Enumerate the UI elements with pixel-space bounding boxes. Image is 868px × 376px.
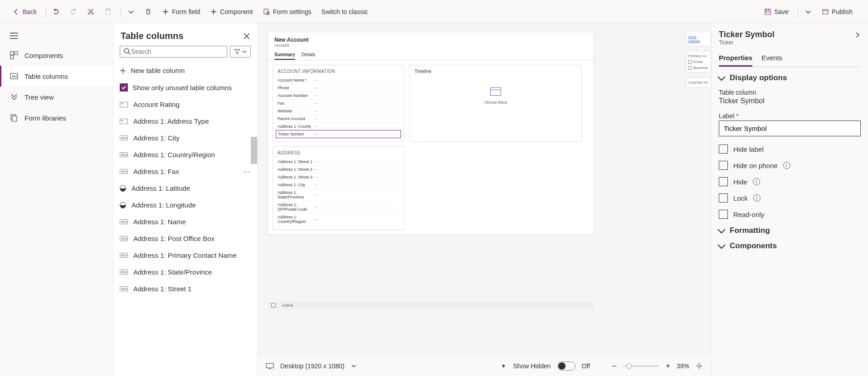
- hamburger-button[interactable]: [0, 28, 113, 45]
- publish-button[interactable]: Publish: [818, 5, 856, 18]
- nav-tree-view[interactable]: Tree view: [0, 87, 113, 107]
- delete-button[interactable]: [141, 5, 156, 18]
- show-unused-checkbox[interactable]: [120, 83, 128, 92]
- thumbnail-card[interactable]: Primary Co Email Business: [686, 51, 711, 73]
- form-field-row[interactable]: Address 1: County---: [278, 123, 399, 130]
- plus-icon: [120, 67, 126, 74]
- save-button[interactable]: Save: [761, 5, 792, 18]
- form-field-row[interactable]: Account Name*---: [278, 77, 399, 84]
- redo-button[interactable]: [66, 5, 81, 18]
- switch-classic-button[interactable]: Switch to classic: [318, 5, 372, 18]
- search-input-wrapper[interactable]: [120, 46, 227, 58]
- paste-dropdown[interactable]: [124, 5, 138, 18]
- thumbnail-card[interactable]: CONTACTS: [686, 77, 711, 88]
- chevron-down-icon: [242, 49, 247, 54]
- save-icon: [764, 8, 771, 15]
- tab-details[interactable]: Details: [302, 52, 316, 60]
- form-field-row[interactable]: Phone---: [278, 84, 399, 92]
- search-input[interactable]: [131, 48, 223, 55]
- tab-events[interactable]: Events: [761, 50, 782, 67]
- hide-label-checkbox[interactable]: [719, 145, 728, 154]
- section-display-options[interactable]: Display options: [719, 73, 861, 82]
- section-components[interactable]: Components: [719, 241, 861, 251]
- nav-form-libraries[interactable]: Form libraries: [0, 107, 113, 128]
- form-field-row[interactable]: Address 1: State/Province---: [278, 189, 399, 201]
- form-preview[interactable]: New Account Account Summary Details ACCO…: [268, 32, 594, 235]
- readonly-checkbox[interactable]: [719, 210, 728, 219]
- chevron-right-icon[interactable]: [854, 32, 861, 38]
- add-form-field-button[interactable]: Form field: [158, 5, 204, 18]
- section-account-info[interactable]: ACCOUNT INFORMATION Account Name*---Phon…: [273, 65, 404, 142]
- add-component-button[interactable]: Component: [206, 5, 256, 18]
- form-field-row[interactable]: Fax---: [278, 100, 399, 107]
- form-settings-button[interactable]: Form settings: [259, 5, 315, 18]
- column-item[interactable]: AbcAddress 1: State/Province: [113, 264, 257, 280]
- hide-row[interactable]: Hide i: [719, 177, 861, 186]
- thumbnail-card[interactable]: Error loading: [686, 32, 711, 46]
- new-table-column-button[interactable]: New table column: [113, 62, 257, 79]
- hide-on-phone-row[interactable]: Hide on phone i: [719, 161, 861, 170]
- form-field-row[interactable]: Parent Account---: [278, 115, 399, 123]
- form-field-row[interactable]: Address 1: Country/Region---: [278, 213, 399, 226]
- zoom-in-button[interactable]: +: [665, 362, 670, 371]
- zoom-out-button[interactable]: −: [612, 362, 617, 371]
- info-icon[interactable]: i: [753, 194, 761, 202]
- form-field-row[interactable]: Address 1: Street 1---: [278, 158, 399, 166]
- form-field-row[interactable]: Account Number---: [278, 92, 399, 100]
- section-formatting[interactable]: Formatting: [719, 226, 861, 235]
- error-loading-link[interactable]: Error loading: [688, 35, 700, 43]
- column-item[interactable]: AbcAddress 1: Country/Region: [113, 146, 257, 163]
- column-item[interactable]: AbcAddress 1: Name: [113, 213, 257, 230]
- paste-button[interactable]: [101, 5, 115, 18]
- column-item[interactable]: Address 1: Address Type: [113, 113, 257, 130]
- nav-table-columns-label: Table columns: [24, 72, 68, 80]
- status-value: Active: [282, 303, 293, 308]
- form-field-row[interactable]: Website---: [278, 107, 399, 115]
- nav-components[interactable]: Components: [0, 45, 113, 66]
- lock-row[interactable]: Lock i: [719, 193, 861, 202]
- filter-button[interactable]: [230, 46, 251, 58]
- cut-button[interactable]: [83, 5, 98, 18]
- lock-checkbox[interactable]: [719, 193, 728, 202]
- info-icon[interactable]: i: [753, 178, 760, 185]
- scrollbar-thumb[interactable]: [251, 137, 257, 164]
- nav-table-columns[interactable]: Abc Table columns: [0, 66, 113, 87]
- show-hidden-toggle[interactable]: [557, 362, 575, 371]
- more-options-icon[interactable]: ⋯: [243, 168, 251, 176]
- tab-properties[interactable]: Properties: [719, 50, 752, 67]
- hide-checkbox[interactable]: [719, 177, 728, 186]
- column-item[interactable]: AbcAddress 1: Fax⋯: [113, 163, 257, 180]
- nav-tree-view-label: Tree view: [24, 93, 54, 101]
- section-address[interactable]: ADDRESS Address 1: Street 1---Address 1:…: [273, 146, 404, 230]
- hide-on-phone-checkbox[interactable]: [719, 161, 728, 170]
- column-item[interactable]: AbcAddress 1: Post Office Box: [113, 230, 257, 247]
- back-button[interactable]: Back: [9, 5, 40, 18]
- form-field-row[interactable]: Address 1: Street 3---: [278, 174, 399, 181]
- chevron-down-icon[interactable]: [351, 363, 356, 369]
- thumbnail-business: Business: [693, 66, 708, 70]
- save-dropdown[interactable]: [801, 5, 815, 18]
- form-field-row[interactable]: Address 1: ZIP/Postal Code---: [278, 201, 399, 213]
- back-label: Back: [23, 8, 37, 15]
- form-field-row[interactable]: Address 1: City---: [278, 181, 399, 189]
- form-field-row[interactable]: Address 1: Street 2---: [278, 166, 399, 174]
- info-icon[interactable]: i: [783, 162, 790, 169]
- show-unused-row[interactable]: Show only unused table columns: [113, 79, 257, 96]
- section-timeline[interactable]: Timeline Almost there: [410, 65, 582, 142]
- column-item[interactable]: AbcAddress 1: Primary Contact Name: [113, 247, 257, 264]
- label-input[interactable]: [719, 121, 861, 136]
- readonly-row[interactable]: Read-only: [719, 210, 861, 219]
- field-label: Address 1: ZIP/Postal Code: [278, 202, 314, 212]
- column-item[interactable]: Account Rating: [113, 96, 257, 113]
- zoom-slider[interactable]: [623, 366, 659, 366]
- column-item[interactable]: Address 1: Latitude: [113, 180, 257, 197]
- column-item[interactable]: AbcAddress 1: City: [113, 130, 257, 146]
- column-item[interactable]: AbcAddress 1: Street 1: [113, 280, 257, 297]
- column-item[interactable]: Address 1: Longitude: [113, 197, 257, 213]
- undo-button[interactable]: [49, 5, 63, 18]
- close-icon[interactable]: [244, 33, 250, 39]
- tab-summary[interactable]: Summary: [274, 52, 295, 60]
- form-field-row[interactable]: Ticker Symbol---: [276, 130, 401, 138]
- hide-label-row[interactable]: Hide label: [719, 145, 861, 154]
- fit-to-screen-icon[interactable]: [696, 362, 703, 370]
